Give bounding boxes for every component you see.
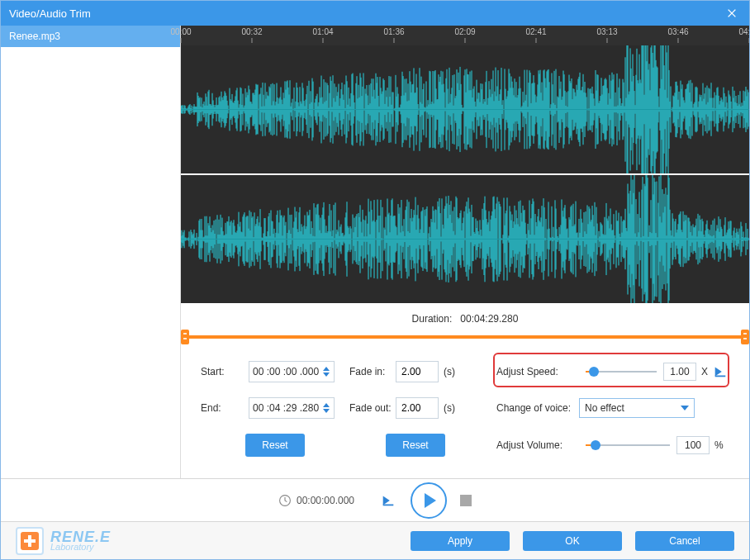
play-icon xyxy=(425,493,436,508)
speed-slider[interactable] xyxy=(586,364,657,379)
footer-bar: RENE.E Laboratory Apply OK Cancel xyxy=(1,521,749,559)
seconds-unit: (s) xyxy=(444,402,455,414)
close-icon[interactable] xyxy=(723,4,741,22)
fadein-input[interactable] xyxy=(396,361,439,382)
reset-time-button[interactable]: Reset xyxy=(245,434,305,457)
chevron-down-icon xyxy=(681,406,689,411)
voice-select[interactable]: No effect xyxy=(579,398,695,418)
speed-label: Adjust Speed: xyxy=(496,366,579,377)
fadeout-input[interactable] xyxy=(396,397,439,419)
window-title: Video/Audio Trim xyxy=(9,7,91,20)
fadeout-label: Fade out: xyxy=(349,402,396,414)
speed-value[interactable]: 1.00 xyxy=(663,363,696,381)
chevron-down-icon[interactable] xyxy=(323,373,330,377)
waveform-top[interactable] xyxy=(181,45,749,173)
brand-logo: RENE.E Laboratory xyxy=(16,527,111,555)
end-input[interactable]: 00 :04 :29 .280 xyxy=(249,397,335,419)
play-button[interactable] xyxy=(411,482,447,519)
seek-preview-button[interactable] xyxy=(379,493,397,508)
voice-value: No effect xyxy=(585,402,624,414)
main-panel: 00:0000:3201:0401:3602:0902:4103:1303:46… xyxy=(181,26,749,478)
end-label: End: xyxy=(201,402,249,414)
chevron-down-icon[interactable] xyxy=(323,409,330,413)
file-name: Renee.mp3 xyxy=(9,31,60,42)
title-bar: Video/Audio Trim xyxy=(1,1,749,26)
content-area: Renee.mp3 00:0000:3201:0401:3602:0902:41… xyxy=(1,26,749,478)
logo-badge-icon xyxy=(16,527,44,555)
timeline-ruler: 00:0000:3201:0401:3602:0902:4103:1303:46… xyxy=(181,26,749,45)
speed-preview-button[interactable] xyxy=(711,364,729,379)
trim-handle-left[interactable] xyxy=(181,330,189,344)
seconds-unit: (s) xyxy=(444,366,455,377)
volume-value[interactable]: 100 xyxy=(676,436,710,454)
playback-time: 00:00:00.000 xyxy=(278,494,354,507)
volume-slider[interactable] xyxy=(586,438,670,453)
waveform-bottom[interactable] xyxy=(181,175,749,303)
speed-unit: X xyxy=(701,366,708,377)
voice-label: Change of voice: xyxy=(496,402,579,414)
controls-panel: Start: 00 :00 :00 .000 Fade in: (s) Adju… xyxy=(181,351,749,472)
chevron-up-icon[interactable] xyxy=(323,367,330,371)
start-input[interactable]: 00 :00 :00 .000 xyxy=(249,361,335,382)
volume-label: Adjust Volume: xyxy=(496,439,579,451)
duration-display: Duration: 00:04:29.280 xyxy=(181,303,749,330)
duration-label: Duration: xyxy=(412,313,453,325)
apply-button[interactable]: Apply xyxy=(411,531,510,551)
trim-range-slider[interactable] xyxy=(181,330,749,344)
clock-icon xyxy=(278,494,292,507)
fadein-label: Fade in: xyxy=(349,366,396,377)
reset-fade-button[interactable]: Reset xyxy=(386,434,445,457)
file-sidebar: Renee.mp3 xyxy=(1,26,181,478)
ok-button[interactable]: OK xyxy=(523,531,622,551)
chevron-up-icon[interactable] xyxy=(323,403,330,407)
volume-unit: % xyxy=(714,439,724,451)
stop-button[interactable] xyxy=(460,495,472,506)
playback-bar: 00:00:00.000 xyxy=(1,478,749,521)
cancel-button[interactable]: Cancel xyxy=(635,531,734,551)
duration-value: 00:04:29.280 xyxy=(460,313,518,325)
trim-handle-right[interactable] xyxy=(741,330,749,344)
file-item[interactable]: Renee.mp3 xyxy=(1,26,180,47)
start-label: Start: xyxy=(201,366,249,377)
